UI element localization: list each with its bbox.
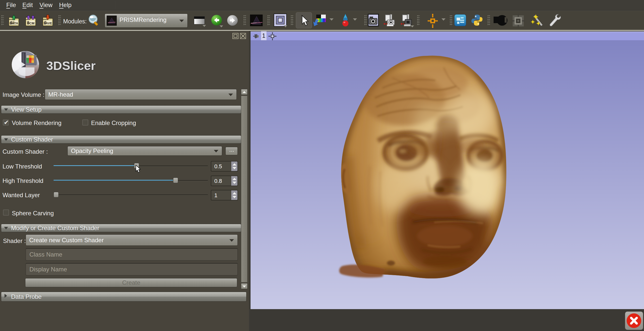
svg-text:SAVE: SAVE [44, 21, 52, 25]
svg-text:DCM: DCM [27, 21, 34, 25]
svg-text:DATA: DATA [10, 21, 18, 25]
